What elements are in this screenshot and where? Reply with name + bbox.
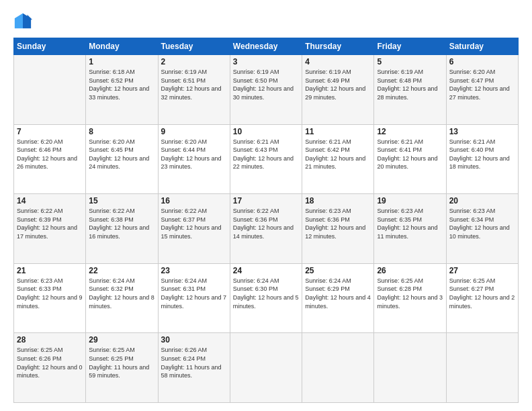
day-number: 1 — [89, 57, 154, 66]
calendar-cell: 13Sunrise: 6:21 AMSunset: 6:40 PMDayligh… — [446, 124, 518, 194]
calendar-cell — [302, 333, 374, 403]
calendar-cell: 10Sunrise: 6:21 AMSunset: 6:43 PMDayligh… — [230, 124, 302, 194]
calendar-cell: 11Sunrise: 6:21 AMSunset: 6:42 PMDayligh… — [302, 124, 374, 194]
day-info: Sunrise: 6:20 AMSunset: 6:44 PMDaylight:… — [161, 138, 227, 171]
calendar-cell: 7Sunrise: 6:20 AMSunset: 6:46 PMDaylight… — [14, 124, 86, 194]
weekday-header-tuesday: Tuesday — [158, 38, 230, 55]
day-info: Sunrise: 6:22 AMSunset: 6:38 PMDaylight:… — [89, 207, 154, 240]
weekday-header-saturday: Saturday — [446, 38, 518, 55]
calendar-cell: 21Sunrise: 6:23 AMSunset: 6:33 PMDayligh… — [14, 263, 86, 333]
calendar-week-5: 28Sunrise: 6:25 AMSunset: 6:26 PMDayligh… — [14, 333, 519, 403]
day-info: Sunrise: 6:25 AMSunset: 6:28 PMDaylight:… — [377, 277, 443, 310]
day-info: Sunrise: 6:25 AMSunset: 6:26 PMDaylight:… — [17, 346, 83, 379]
day-number: 14 — [17, 196, 83, 205]
calendar-cell — [14, 55, 86, 125]
calendar-cell: 12Sunrise: 6:21 AMSunset: 6:41 PMDayligh… — [374, 124, 446, 194]
day-info: Sunrise: 6:21 AMSunset: 6:41 PMDaylight:… — [377, 138, 443, 171]
weekday-header-friday: Friday — [374, 38, 446, 55]
day-number: 8 — [89, 127, 154, 136]
day-info: Sunrise: 6:21 AMSunset: 6:42 PMDaylight:… — [305, 138, 371, 171]
day-info: Sunrise: 6:20 AMSunset: 6:47 PMDaylight:… — [449, 68, 515, 101]
day-number: 28 — [17, 335, 83, 345]
day-info: Sunrise: 6:23 AMSunset: 6:33 PMDaylight:… — [17, 277, 83, 310]
day-number: 12 — [377, 127, 443, 136]
day-number: 7 — [17, 127, 83, 136]
weekday-header-thursday: Thursday — [302, 38, 374, 55]
header — [13, 12, 519, 31]
day-number: 2 — [161, 57, 227, 66]
day-number: 6 — [449, 57, 515, 66]
day-number: 20 — [449, 196, 515, 205]
weekday-header-sunday: Sunday — [14, 38, 86, 55]
day-info: Sunrise: 6:21 AMSunset: 6:40 PMDaylight:… — [449, 138, 515, 171]
day-number: 10 — [233, 127, 299, 136]
calendar-cell — [374, 333, 446, 403]
day-info: Sunrise: 6:21 AMSunset: 6:43 PMDaylight:… — [233, 138, 299, 171]
day-info: Sunrise: 6:19 AMSunset: 6:50 PMDaylight:… — [233, 68, 299, 101]
weekday-header-wednesday: Wednesday — [230, 38, 302, 55]
day-number: 21 — [17, 266, 83, 275]
day-number: 11 — [305, 127, 371, 136]
calendar-cell: 30Sunrise: 6:26 AMSunset: 6:24 PMDayligh… — [158, 333, 230, 403]
day-info: Sunrise: 6:23 AMSunset: 6:36 PMDaylight:… — [305, 207, 371, 240]
calendar-week-4: 21Sunrise: 6:23 AMSunset: 6:33 PMDayligh… — [14, 263, 519, 333]
day-number: 18 — [305, 196, 371, 205]
calendar-cell: 28Sunrise: 6:25 AMSunset: 6:26 PMDayligh… — [14, 333, 86, 403]
day-number: 15 — [89, 196, 154, 205]
calendar-cell: 1Sunrise: 6:18 AMSunset: 6:52 PMDaylight… — [86, 55, 158, 125]
day-number: 27 — [449, 266, 515, 275]
calendar-cell: 4Sunrise: 6:19 AMSunset: 6:49 PMDaylight… — [302, 55, 374, 125]
calendar-cell: 27Sunrise: 6:25 AMSunset: 6:27 PMDayligh… — [446, 263, 518, 333]
logo — [13, 12, 35, 31]
day-info: Sunrise: 6:23 AMSunset: 6:34 PMDaylight:… — [449, 207, 515, 240]
day-info: Sunrise: 6:26 AMSunset: 6:24 PMDaylight:… — [161, 346, 227, 379]
calendar-cell: 24Sunrise: 6:24 AMSunset: 6:30 PMDayligh… — [230, 263, 302, 333]
calendar-cell: 18Sunrise: 6:23 AMSunset: 6:36 PMDayligh… — [302, 194, 374, 264]
svg-marker-1 — [15, 13, 23, 28]
day-info: Sunrise: 6:25 AMSunset: 6:27 PMDaylight:… — [449, 277, 515, 310]
day-info: Sunrise: 6:22 AMSunset: 6:36 PMDaylight:… — [233, 207, 299, 240]
calendar-week-3: 14Sunrise: 6:22 AMSunset: 6:39 PMDayligh… — [14, 194, 519, 264]
calendar-cell: 6Sunrise: 6:20 AMSunset: 6:47 PMDaylight… — [446, 55, 518, 125]
day-number: 30 — [161, 335, 227, 345]
day-info: Sunrise: 6:24 AMSunset: 6:32 PMDaylight:… — [89, 277, 154, 310]
calendar-cell: 17Sunrise: 6:22 AMSunset: 6:36 PMDayligh… — [230, 194, 302, 264]
calendar-cell: 16Sunrise: 6:22 AMSunset: 6:37 PMDayligh… — [158, 194, 230, 264]
calendar-cell: 2Sunrise: 6:19 AMSunset: 6:51 PMDaylight… — [158, 55, 230, 125]
calendar-cell: 8Sunrise: 6:20 AMSunset: 6:45 PMDaylight… — [86, 124, 158, 194]
day-number: 24 — [233, 266, 299, 275]
calendar-table: SundayMondayTuesdayWednesdayThursdayFrid… — [13, 38, 519, 403]
calendar-cell — [446, 333, 518, 403]
day-number: 3 — [233, 57, 299, 66]
day-number: 19 — [377, 196, 443, 205]
page: SundayMondayTuesdayWednesdayThursdayFrid… — [0, 0, 532, 411]
calendar-cell: 23Sunrise: 6:24 AMSunset: 6:31 PMDayligh… — [158, 263, 230, 333]
day-info: Sunrise: 6:25 AMSunset: 6:25 PMDaylight:… — [89, 346, 154, 379]
day-info: Sunrise: 6:22 AMSunset: 6:39 PMDaylight:… — [17, 207, 83, 240]
day-number: 29 — [89, 335, 154, 345]
calendar-cell: 15Sunrise: 6:22 AMSunset: 6:38 PMDayligh… — [86, 194, 158, 264]
calendar-cell: 3Sunrise: 6:19 AMSunset: 6:50 PMDaylight… — [230, 55, 302, 125]
weekday-header-monday: Monday — [86, 38, 158, 55]
calendar-cell — [230, 333, 302, 403]
svg-marker-0 — [23, 13, 31, 28]
day-number: 22 — [89, 266, 154, 275]
day-number: 4 — [305, 57, 371, 66]
day-number: 23 — [161, 266, 227, 275]
day-info: Sunrise: 6:19 AMSunset: 6:51 PMDaylight:… — [161, 68, 227, 101]
day-info: Sunrise: 6:24 AMSunset: 6:31 PMDaylight:… — [161, 277, 227, 310]
calendar-cell: 9Sunrise: 6:20 AMSunset: 6:44 PMDaylight… — [158, 124, 230, 194]
day-info: Sunrise: 6:19 AMSunset: 6:48 PMDaylight:… — [377, 68, 443, 101]
day-info: Sunrise: 6:20 AMSunset: 6:45 PMDaylight:… — [89, 138, 154, 171]
day-info: Sunrise: 6:20 AMSunset: 6:46 PMDaylight:… — [17, 138, 83, 171]
day-info: Sunrise: 6:23 AMSunset: 6:35 PMDaylight:… — [377, 207, 443, 240]
day-info: Sunrise: 6:19 AMSunset: 6:49 PMDaylight:… — [305, 68, 371, 101]
day-number: 5 — [377, 57, 443, 66]
calendar-cell: 20Sunrise: 6:23 AMSunset: 6:34 PMDayligh… — [446, 194, 518, 264]
calendar-cell: 25Sunrise: 6:24 AMSunset: 6:29 PMDayligh… — [302, 263, 374, 333]
calendar-cell: 22Sunrise: 6:24 AMSunset: 6:32 PMDayligh… — [86, 263, 158, 333]
calendar-cell: 14Sunrise: 6:22 AMSunset: 6:39 PMDayligh… — [14, 194, 86, 264]
day-number: 25 — [305, 266, 371, 275]
day-info: Sunrise: 6:24 AMSunset: 6:29 PMDaylight:… — [305, 277, 371, 310]
calendar-week-1: 1Sunrise: 6:18 AMSunset: 6:52 PMDaylight… — [14, 55, 519, 125]
